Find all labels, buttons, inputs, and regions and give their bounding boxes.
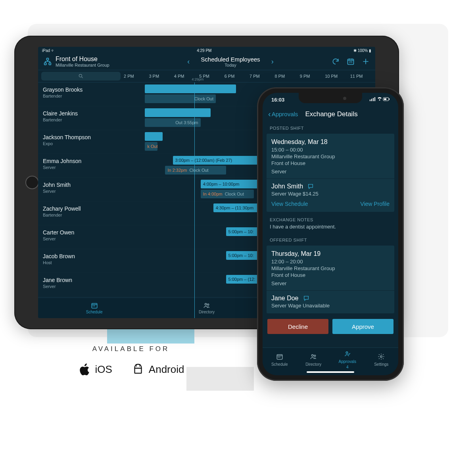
shift-org: Millarville Restaurant Group <box>271 154 390 159</box>
shift-dept: Front of House <box>271 272 390 278</box>
header-location[interactable]: Front of House Millarville Restaurant Gr… <box>56 56 135 67</box>
hour-label: 11 PM <box>350 74 375 79</box>
shift-bar[interactable] <box>145 108 211 117</box>
employee-name: Grayson Brooks <box>43 86 117 93</box>
view-profile-link[interactable]: View Profile <box>360 201 390 207</box>
notes-text: I have a dentist appointment. <box>270 224 391 230</box>
badge: 4 <box>346 365 349 369</box>
employee-role: Bartender <box>43 213 117 217</box>
chat-icon[interactable] <box>307 183 314 190</box>
shift-bar[interactable]: In 4:00pm Clock Out <box>201 190 254 198</box>
tab-approvals[interactable]: Approvals4 <box>330 348 365 371</box>
tab-directory[interactable]: Directory <box>150 298 263 318</box>
shift-date: Thursday, Mar 19 <box>271 250 390 257</box>
svg-rect-21 <box>279 357 280 357</box>
view-title: Scheduled Employees <box>201 56 260 63</box>
shift-bar[interactable]: Clock Out <box>145 94 216 103</box>
schedule-icon <box>90 302 98 309</box>
shift-bar[interactable] <box>145 84 236 93</box>
svg-rect-13 <box>373 98 374 101</box>
refresh-icon[interactable] <box>332 58 340 65</box>
divider <box>267 178 394 179</box>
employee-name: Jackson Thompson <box>43 134 117 140</box>
shift-date: Wednesday, Mar 18 <box>271 138 390 146</box>
view-schedule-link[interactable]: View Schedule <box>271 201 308 207</box>
available-for-section: AVAILABLE FOR iOS Android <box>32 345 230 376</box>
shift-bar[interactable]: Out 3:55pm <box>145 118 200 127</box>
approvals-icon <box>344 350 351 358</box>
tab-schedule[interactable]: Schedule <box>38 298 150 318</box>
svg-point-4 <box>79 74 82 77</box>
employee-name: Jacob Brown <box>43 253 117 259</box>
org-tree-icon[interactable] <box>44 58 52 65</box>
svg-point-25 <box>380 355 382 357</box>
home-indicator[interactable] <box>307 371 354 373</box>
shift-bar[interactable] <box>145 132 163 141</box>
hour-label: 3 PM <box>149 74 174 79</box>
svg-rect-17 <box>384 98 386 100</box>
svg-rect-2 <box>49 63 51 65</box>
add-icon[interactable] <box>362 58 370 65</box>
ipad-status-bar: iPad ᯤ 4:29 PM ✱ 100% ▮ <box>38 47 375 54</box>
wage-text: Server Wage $14.25 <box>271 191 390 197</box>
svg-point-9 <box>207 304 209 305</box>
shift-role: Server <box>271 169 390 175</box>
shift-time: 15:00 – 00:00 <box>271 147 390 153</box>
employee-role: Server <box>43 189 117 194</box>
svg-rect-0 <box>47 58 49 60</box>
shift-bar[interactable]: k Out <box>145 142 157 151</box>
svg-rect-20 <box>278 357 278 357</box>
svg-point-28 <box>139 366 140 367</box>
tab-settings[interactable]: Settings <box>365 348 399 371</box>
tab-label: Schedule <box>271 362 288 367</box>
approve-button[interactable]: Approve <box>332 319 393 334</box>
search-input[interactable] <box>41 72 121 81</box>
employee-role: Server <box>43 284 117 289</box>
android-icon <box>131 363 145 376</box>
back-button[interactable]: ‹ Approvals <box>268 109 298 119</box>
tab-directory[interactable]: Directory <box>297 348 331 371</box>
svg-rect-14 <box>374 97 375 101</box>
svg-point-23 <box>314 355 316 356</box>
hour-label: 8 PM <box>274 74 299 79</box>
hour-label: 9 PM <box>300 74 325 79</box>
chat-icon[interactable] <box>303 295 310 301</box>
header-center[interactable]: Scheduled Employees Today <box>201 56 260 67</box>
svg-point-22 <box>312 354 314 356</box>
svg-point-27 <box>136 366 136 367</box>
ios-platform[interactable]: iOS <box>78 363 112 376</box>
android-platform[interactable]: Android <box>131 363 184 376</box>
posted-shift-label: POSTED SHIFT <box>263 123 398 134</box>
phone-screen: 16:03 ‹ Approvals Exchange Details POSTE… <box>263 93 398 375</box>
tab-label: Directory <box>305 362 321 367</box>
shift-dept: Front of House <box>271 160 390 166</box>
prev-day-button[interactable]: ‹ <box>185 56 192 67</box>
now-time-label: 4:29pm <box>192 77 203 81</box>
calendar-icon[interactable]: 26 <box>347 58 355 65</box>
shift-bar[interactable]: In 2:32pm Clock Out <box>165 166 226 175</box>
status-right: ✱ 100% ▮ <box>353 48 371 53</box>
next-day-button[interactable]: › <box>269 56 276 67</box>
hour-label: 2 PM <box>124 74 149 79</box>
ipad-home-button[interactable] <box>25 176 39 189</box>
status-left: iPad ᯤ <box>42 48 55 53</box>
available-label: AVAILABLE FOR <box>32 345 230 353</box>
directory-icon <box>309 353 317 361</box>
tab-schedule[interactable]: Schedule <box>263 348 297 371</box>
phone-time: 16:03 <box>271 97 284 107</box>
svg-point-24 <box>346 351 348 353</box>
phone-nav-header: ‹ Approvals Exchange Details <box>263 107 398 123</box>
tab-label: Settings <box>374 362 388 367</box>
shift-role: Server <box>271 280 390 286</box>
tab-label: Directory <box>199 310 215 314</box>
android-label: Android <box>149 363 184 376</box>
calendar-day: 26 <box>347 60 355 64</box>
employee-role: Server <box>43 165 117 170</box>
person-name: John Smith <box>271 183 303 190</box>
decline-button[interactable]: Decline <box>267 319 328 334</box>
apple-icon <box>78 363 91 376</box>
view-subtitle: Today <box>201 63 260 67</box>
shift-org: Millarville Restaurant Group <box>271 265 390 271</box>
hour-label: 10 PM <box>325 74 350 79</box>
svg-rect-11 <box>370 100 370 101</box>
